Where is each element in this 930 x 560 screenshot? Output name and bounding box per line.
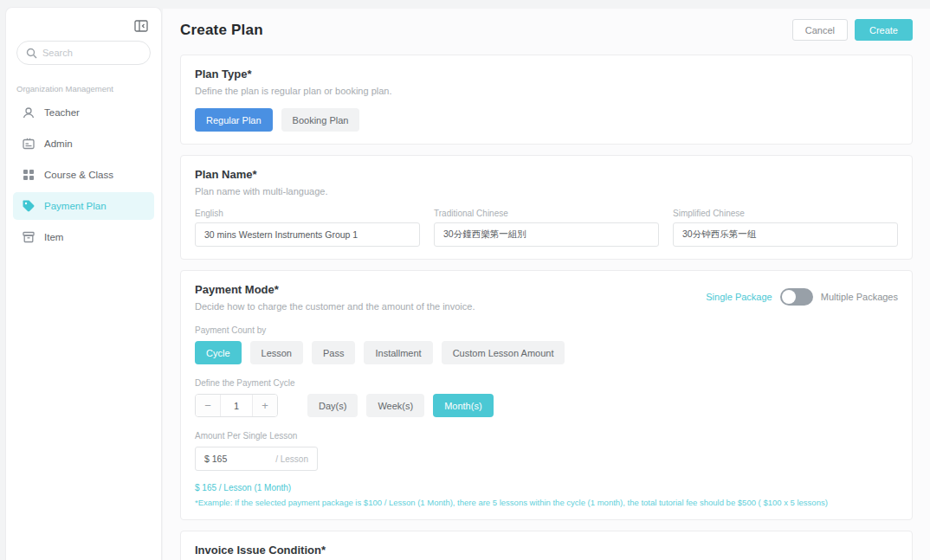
plan-name-subtitle: Plan name with multi-language. [195,186,898,196]
plan-name-field-simplified-chinese: Simplified Chinese [673,209,898,247]
sidebar-item-item[interactable]: Item [13,223,154,251]
plan-type-regular-button[interactable]: Regular Plan [195,108,273,132]
plan-name-fields: English Traditional Chinese Simplified C… [195,209,898,247]
plan-name-simplified-chinese-input[interactable] [673,222,898,247]
plan-name-card: Plan Name* Plan name with multi-language… [180,155,913,260]
plan-type-options: Regular Plan Booking Plan [195,108,898,132]
payment-count-by-options: Cycle Lesson Pass Installment Custom Les… [195,341,898,364]
payment-cycle-label: Define the Payment Cycle [195,378,898,388]
header-actions: Cancel Create [792,19,913,41]
sidebar-item-label: Teacher [44,107,80,118]
cycle-stepper-plus-button[interactable]: + [253,395,277,416]
multiple-packages-label: Multiple Packages [821,292,898,302]
count-by-cycle-button[interactable]: Cycle [195,341,242,364]
package-toggle[interactable] [780,288,813,306]
sidebar-item-label: Admin [44,138,73,149]
payment-example-text: *Example: If the selected payment packag… [195,498,898,507]
invoice-condition-title: Invoice Issue Condition* [195,544,898,557]
package-toggle-group: Single Package Multiple Packages [706,288,898,306]
field-label: English [195,209,420,218]
main-content: Create Plan Cancel Create Plan Type* Def… [163,9,930,560]
sidebar-item-teacher[interactable]: Teacher [13,99,154,126]
payment-count-by-label: Payment Count by [195,325,898,335]
page-header: Create Plan Cancel Create [180,19,913,41]
sidebar: Organization Management Teacher Admin Co… [5,7,162,560]
item-icon [22,230,36,244]
toggle-knob [782,290,796,304]
payment-mode-subtitle: Decide how to charge the customer and th… [195,301,475,312]
plan-type-subtitle: Define the plan is regular plan or booki… [195,86,898,96]
admin-icon [22,137,36,151]
count-by-lesson-button[interactable]: Lesson [250,341,303,364]
cycle-stepper: − 1 + [195,394,278,417]
page-title: Create Plan [180,22,263,39]
payment-summary-text: $ 165 / Lesson (1 Month) [195,483,898,492]
single-package-label: Single Package [706,292,772,302]
count-by-pass-button[interactable]: Pass [312,341,355,364]
cycle-unit-months-button[interactable]: Month(s) [433,394,493,417]
sidebar-item-label: Item [44,232,63,242]
payment-mode-title: Payment Mode* [195,283,475,296]
collapse-sidebar-icon[interactable] [133,18,149,34]
amount-suffix: / Lesson [275,454,308,464]
plan-name-title: Plan Name* [195,168,898,181]
sidebar-item-admin[interactable]: Admin [13,130,154,158]
plan-name-traditional-chinese-input[interactable] [434,222,659,247]
cycle-stepper-minus-button[interactable]: − [196,395,220,416]
plan-type-title: Plan Type* [195,68,898,80]
amount-per-lesson-input[interactable]: $ 165 / Lesson [195,447,318,471]
plan-name-field-english: English [195,209,420,247]
cycle-stepper-value[interactable]: 1 [220,395,253,416]
cycle-unit-weeks-button[interactable]: Week(s) [366,394,424,417]
payment-mode-header: Payment Mode* Decide how to charge the c… [195,283,898,312]
sidebar-item-label: Course & Class [44,170,113,180]
invoice-condition-card: Invoice Issue Condition* To customize th… [180,531,913,560]
count-by-installment-button[interactable]: Installment [364,341,432,364]
cycle-unit-days-button[interactable]: Day(s) [307,394,358,417]
sidebar-item-payment-plan[interactable]: Payment Plan [13,192,154,220]
payment-plan-icon [22,199,36,213]
create-button[interactable]: Create [855,19,913,41]
amount-value: $ 165 [204,454,227,464]
plan-type-booking-button[interactable]: Booking Plan [281,108,360,132]
amount-per-single-lesson-label: Amount Per Single Lesson [195,431,898,441]
search-input[interactable] [42,48,141,58]
plan-type-card: Plan Type* Define the plan is regular pl… [180,55,913,145]
field-label: Traditional Chinese [434,209,659,218]
sidebar-item-course-class[interactable]: Course & Class [13,161,154,189]
teacher-icon [22,106,36,119]
search-icon [26,48,37,59]
cancel-button[interactable]: Cancel [792,19,848,41]
sidebar-item-label: Payment Plan [44,201,107,211]
payment-mode-card: Payment Mode* Decide how to charge the c… [180,270,913,520]
count-by-custom-lesson-amount-button[interactable]: Custom Lesson Amount [442,341,565,364]
plan-name-english-input[interactable] [195,222,420,247]
plan-name-field-traditional-chinese: Traditional Chinese [434,209,659,247]
search-box[interactable] [16,41,151,65]
course-class-icon [22,168,36,182]
payment-cycle-row: − 1 + Day(s) Week(s) Month(s) [195,394,898,417]
sidebar-section-label: Organization Management [16,84,151,93]
field-label: Simplified Chinese [673,209,898,218]
